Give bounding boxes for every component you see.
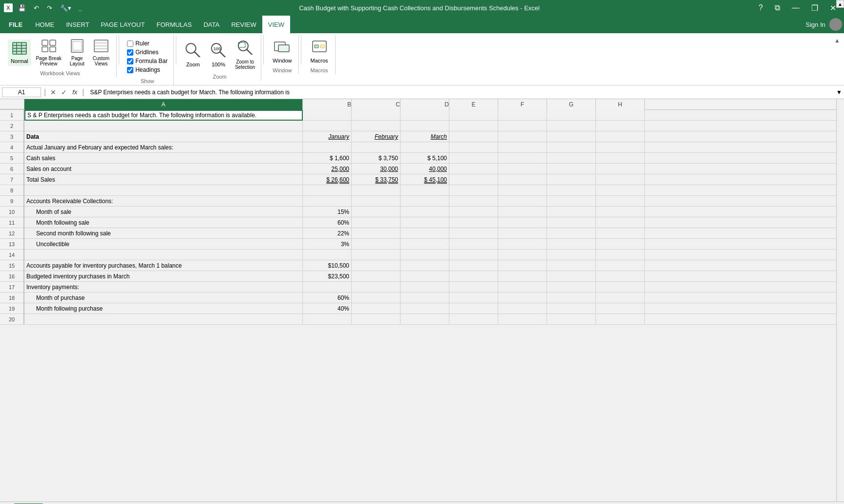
cell-d11[interactable] bbox=[401, 217, 449, 228]
zoom-100-button[interactable]: 100 100% bbox=[208, 40, 229, 69]
cell-d10[interactable] bbox=[401, 207, 449, 217]
cell-b2[interactable] bbox=[303, 121, 352, 131]
cell-e3[interactable] bbox=[449, 131, 498, 142]
cell-e17[interactable] bbox=[449, 282, 498, 293]
cell-d15[interactable] bbox=[401, 260, 449, 271]
cell-d7[interactable]: $ 45,100 bbox=[401, 174, 449, 185]
row-num-17[interactable]: 17 bbox=[0, 282, 23, 293]
cell-b12[interactable]: 22% bbox=[303, 228, 352, 239]
cell-e7[interactable] bbox=[449, 174, 498, 185]
cell-c6[interactable]: 30,000 bbox=[352, 164, 401, 174]
cell-h13[interactable] bbox=[596, 239, 645, 250]
row-num-19[interactable]: 19 bbox=[0, 303, 23, 314]
undo-button[interactable]: ↶ bbox=[31, 3, 42, 13]
cell-b15[interactable]: $10,500 bbox=[303, 260, 352, 271]
col-header-h[interactable]: H bbox=[596, 99, 645, 110]
cell-f6[interactable] bbox=[498, 164, 547, 174]
row-num-7[interactable]: 7 bbox=[0, 174, 23, 185]
cell-a8[interactable] bbox=[24, 185, 303, 196]
cell-a11[interactable]: Month following sale bbox=[24, 217, 303, 228]
cell-c16[interactable] bbox=[352, 271, 401, 282]
cell-a2[interactable] bbox=[24, 121, 303, 131]
cell-g4[interactable] bbox=[547, 142, 596, 153]
cell-g8[interactable] bbox=[547, 185, 596, 196]
cell-e10[interactable] bbox=[449, 207, 498, 217]
cell-b19[interactable]: 40% bbox=[303, 303, 352, 314]
cell-a7[interactable]: Total Sales bbox=[24, 174, 303, 185]
cell-c9[interactable] bbox=[352, 196, 401, 207]
row-num-18[interactable]: 18 bbox=[0, 293, 23, 303]
cell-c12[interactable] bbox=[352, 228, 401, 239]
cell-h8[interactable] bbox=[596, 185, 645, 196]
col-header-c[interactable]: C bbox=[352, 99, 401, 110]
cell-b20[interactable] bbox=[303, 314, 352, 325]
cell-c18[interactable] bbox=[352, 293, 401, 303]
cell-b8[interactable] bbox=[303, 185, 352, 196]
cell-h16[interactable] bbox=[596, 271, 645, 282]
cell-g20[interactable] bbox=[547, 314, 596, 325]
cell-f3[interactable] bbox=[498, 131, 547, 142]
col-header-b[interactable]: B bbox=[303, 99, 352, 110]
cell-a15[interactable]: Accounts payable for inventory purchases… bbox=[24, 260, 303, 271]
cell-g6[interactable] bbox=[547, 164, 596, 174]
cell-c15[interactable] bbox=[352, 260, 401, 271]
cell-e11[interactable] bbox=[449, 217, 498, 228]
cell-f1[interactable] bbox=[498, 110, 547, 121]
formula-expand-button[interactable]: ▼ bbox=[836, 89, 842, 96]
cell-f8[interactable] bbox=[498, 185, 547, 196]
cell-b6[interactable]: 25,000 bbox=[303, 164, 352, 174]
sign-in-button[interactable]: Sign In bbox=[806, 21, 825, 28]
cell-a1[interactable]: S & P Enterprises needs a cash budget fo… bbox=[24, 110, 303, 121]
cell-d13[interactable] bbox=[401, 239, 449, 250]
cell-e6[interactable] bbox=[449, 164, 498, 174]
col-header-a[interactable]: A bbox=[24, 99, 303, 110]
cell-e12[interactable] bbox=[449, 228, 498, 239]
cell-c17[interactable] bbox=[352, 282, 401, 293]
cell-h1[interactable] bbox=[596, 110, 645, 121]
cell-g13[interactable] bbox=[547, 239, 596, 250]
cell-g15[interactable] bbox=[547, 260, 596, 271]
cell-f14[interactable] bbox=[498, 250, 547, 260]
cell-h6[interactable] bbox=[596, 164, 645, 174]
cell-d1[interactable] bbox=[401, 110, 449, 121]
cell-d12[interactable] bbox=[401, 228, 449, 239]
row-num-15[interactable]: 15 bbox=[0, 260, 23, 271]
cell-b1[interactable] bbox=[303, 110, 352, 121]
cell-a10[interactable]: Month of sale bbox=[24, 207, 303, 217]
cell-d9[interactable] bbox=[401, 196, 449, 207]
cell-c5[interactable]: $ 3,750 bbox=[352, 153, 401, 164]
row-num-4[interactable]: 4 bbox=[0, 142, 23, 153]
row-num-9[interactable]: 9 bbox=[0, 196, 23, 207]
cell-a18[interactable]: Month of purchase bbox=[24, 293, 303, 303]
cell-e14[interactable] bbox=[449, 250, 498, 260]
cell-b11[interactable]: 60% bbox=[303, 217, 352, 228]
row-num-10[interactable]: 10 bbox=[0, 207, 23, 217]
cell-e8[interactable] bbox=[449, 185, 498, 196]
cell-f9[interactable] bbox=[498, 196, 547, 207]
zoom-button[interactable]: Zoom bbox=[182, 40, 204, 69]
cell-h2[interactable] bbox=[596, 121, 645, 131]
minimize-button[interactable]: — bbox=[788, 3, 803, 12]
gridlines-checkbox-row[interactable]: Gridlines bbox=[127, 49, 168, 56]
cell-g11[interactable] bbox=[547, 217, 596, 228]
cell-d8[interactable] bbox=[401, 185, 449, 196]
cell-h4[interactable] bbox=[596, 142, 645, 153]
cancel-formula-button[interactable]: ✕ bbox=[49, 88, 58, 96]
zoom-selection-button[interactable]: Zoom toSelection bbox=[233, 37, 257, 72]
cell-h14[interactable] bbox=[596, 250, 645, 260]
cell-c3[interactable]: February bbox=[352, 131, 401, 142]
col-header-d[interactable]: D bbox=[401, 99, 449, 110]
cell-h12[interactable] bbox=[596, 228, 645, 239]
cell-d2[interactable] bbox=[401, 121, 449, 131]
cell-d20[interactable] bbox=[401, 314, 449, 325]
cell-a4[interactable]: Actual January and February and expected… bbox=[24, 142, 303, 153]
headings-checkbox[interactable] bbox=[127, 67, 133, 73]
cell-d5[interactable]: $ 5,100 bbox=[401, 153, 449, 164]
cell-g14[interactable] bbox=[547, 250, 596, 260]
cell-g17[interactable] bbox=[547, 282, 596, 293]
ruler-checkbox-row[interactable]: Ruler bbox=[127, 40, 168, 47]
cell-f15[interactable] bbox=[498, 260, 547, 271]
cell-d16[interactable] bbox=[401, 271, 449, 282]
cell-e5[interactable] bbox=[449, 153, 498, 164]
gridlines-checkbox[interactable] bbox=[127, 49, 133, 56]
